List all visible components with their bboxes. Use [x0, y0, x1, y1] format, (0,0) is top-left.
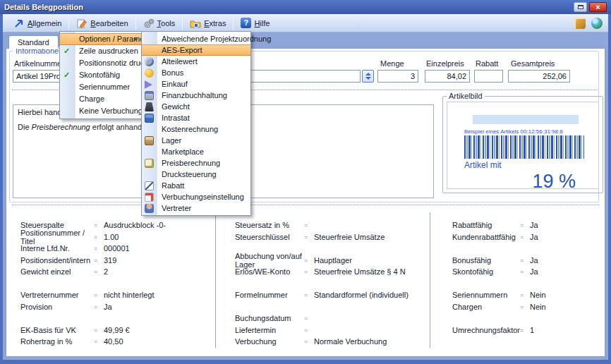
- details-belegposition-window: Details Belegposition × Allgemein Bearbe…: [0, 0, 611, 364]
- menu-item-seriennummer[interactable]: Seriennummer: [60, 81, 141, 93]
- detail-row: EK-Basis für VK = 49,99 €: [20, 324, 210, 336]
- menu-item-positionsnotiz-drucken[interactable]: Positionsnotiz drucken: [60, 57, 141, 69]
- submenu-item[interactable]: Abweichende Projektzuordnung: [142, 33, 250, 44]
- toolbar-separator: [233, 17, 234, 30]
- artikelnummer-label: Artikelnummer: [14, 59, 64, 68]
- detail-row: Interne Lfd.Nr. = 000001: [20, 243, 210, 255]
- submenu-item[interactable]: Einkauf: [142, 78, 250, 90]
- submenu-item[interactable]: Drucksteuerung: [142, 169, 250, 180]
- artikelbild-group: Artikelbild Beispiel eines Artikels 00:1…: [442, 96, 603, 193]
- lager-icon: [145, 136, 154, 145]
- detail-row: Provision = Ja: [20, 301, 210, 313]
- help-icon: ?: [241, 18, 251, 28]
- menu-item-zeile-ausdrucken[interactable]: ✓ Zeile ausdrucken: [60, 45, 141, 57]
- verbuchungseinstellung-icon: [145, 193, 154, 202]
- restore-button[interactable]: [574, 2, 587, 12]
- globe-icon[interactable]: [591, 18, 603, 29]
- submenu-item[interactable]: Rabatt: [142, 180, 250, 191]
- artikelbild-label: Artikelbild: [447, 92, 485, 100]
- equals-separator: =: [304, 233, 314, 241]
- einzelpreis-input[interactable]: [425, 70, 470, 83]
- submenu-item[interactable]: Kostenrechnung: [142, 123, 250, 135]
- submenu-item[interactable]: Gewicht: [142, 101, 250, 112]
- detail-row: Buchungsdatum =: [235, 313, 424, 324]
- equals-separator: =: [94, 222, 104, 229]
- equals-separator: =: [304, 338, 314, 345]
- finanzbuchhaltung-icon: [145, 91, 154, 100]
- gears-icon: [143, 18, 155, 29]
- detail-row: [452, 243, 598, 255]
- arrow-up-right-icon: [13, 18, 25, 29]
- titlebar[interactable]: Details Belegposition ×: [0, 0, 611, 14]
- close-button[interactable]: ×: [589, 2, 607, 12]
- menu-tools[interactable]: Tools: [138, 16, 181, 30]
- detail-row: [20, 313, 210, 324]
- notes-icon[interactable]: [574, 18, 586, 29]
- submenu-item[interactable]: Bonus: [142, 67, 250, 78]
- spinner-up-icon: [365, 73, 371, 75]
- menu-toolbar: Allgemein Bearbeiten Tools Extras ? Hilf…: [3, 14, 608, 32]
- gesamtpreis-input[interactable]: [508, 70, 570, 83]
- equals-separator: =: [304, 268, 314, 275]
- submenu-arrow-icon: ▸: [134, 34, 138, 44]
- equals-separator: =: [304, 257, 314, 264]
- menu-item-optionen-parameter[interactable]: Optionen / Parameter ▸: [60, 33, 141, 45]
- submenu-item[interactable]: Verbuchungseinstellung: [142, 191, 250, 202]
- detail-row: Rohertrag in % = 40,50: [20, 336, 210, 348]
- submenu-item[interactable]: Finanzbuchhaltung: [142, 90, 250, 101]
- bonus-icon: [145, 68, 154, 78]
- detail-row: Seriennummern = Nein: [452, 289, 598, 301]
- vertreter-icon: [145, 204, 154, 213]
- submenu-item[interactable]: Preisberechnung: [142, 157, 250, 169]
- einzelpreis-label: Einzelpreis: [426, 59, 464, 68]
- detail-row: Erlös/WE-Konto = Steuerfreie Umsätze § 4…: [235, 266, 424, 278]
- menu-item-skontofaehig[interactable]: ✓ Skontofähig: [60, 69, 141, 81]
- detail-row: Chargen = Nein: [452, 301, 598, 313]
- detail-row: Bonusfähig = Ja: [452, 255, 598, 267]
- menu-item-charge[interactable]: Charge: [60, 93, 141, 105]
- submenu-item[interactable]: Vertreter: [142, 202, 250, 214]
- artikelnummer-spinner[interactable]: [362, 70, 374, 83]
- restore-icon: [578, 5, 583, 9]
- close-icon: ×: [595, 3, 600, 11]
- preisberechnung-icon: [145, 159, 154, 168]
- detail-row: [20, 278, 210, 290]
- menu-extras[interactable]: Extras: [185, 16, 231, 30]
- percent-text: 19 %: [464, 171, 586, 193]
- details-column-1: Steuerspalte = Ausdruckblock -0- Positio…: [20, 219, 210, 348]
- equals-separator: =: [304, 291, 314, 298]
- equals-separator: =: [94, 327, 104, 334]
- detail-row: [235, 278, 424, 290]
- equals-separator: =: [94, 233, 104, 241]
- details-column-3: Rabattfähig = Ja Kundenrabattfähig = Ja: [452, 219, 598, 336]
- equals-separator: =: [94, 268, 104, 275]
- toolbar-separator: [135, 17, 136, 30]
- tab-standard[interactable]: Standard: [8, 35, 59, 49]
- menu-hilfe[interactable]: ? Hilfe: [236, 16, 274, 30]
- detail-row: Rabattfähig = Ja: [452, 219, 598, 231]
- submenu-item[interactable]: Marketplace: [142, 146, 250, 157]
- rabatt-icon: [145, 181, 154, 190]
- alteilewert-icon: [145, 57, 154, 66]
- submenu-item[interactable]: Alteilewert: [142, 56, 250, 67]
- toolbar-separator: [182, 17, 183, 30]
- submenu-item[interactable]: AES-Export: [142, 44, 250, 56]
- menu-item-keine-verbuchung[interactable]: Keine Verbuchung: [60, 105, 141, 117]
- toolbar-separator: [68, 17, 69, 30]
- detail-row: Umrechnungsfaktor = 1: [452, 324, 598, 336]
- barcode-caption: Beispiel eines Artikels 00:12:56:31:98:8: [464, 128, 586, 135]
- window-title: Details Belegposition: [4, 3, 83, 11]
- rabatt-input[interactable]: [474, 70, 503, 83]
- details-column-2: Steuersatz in % = Steuerschlüssel = Steu…: [235, 219, 424, 348]
- equals-separator: =: [94, 245, 104, 252]
- submenu-item[interactable]: Lager: [142, 135, 250, 146]
- menu-allgemein[interactable]: Allgemein: [8, 16, 66, 30]
- submenu-item[interactable]: Intrastat: [142, 112, 250, 123]
- detail-row: [235, 301, 424, 313]
- column-separator: [430, 212, 430, 348]
- equals-separator: =: [94, 303, 104, 310]
- menu-bearbeiten[interactable]: Bearbeiten: [71, 16, 133, 30]
- equals-separator: =: [304, 315, 314, 322]
- menge-input[interactable]: [377, 70, 418, 83]
- gewicht-icon: [145, 102, 154, 111]
